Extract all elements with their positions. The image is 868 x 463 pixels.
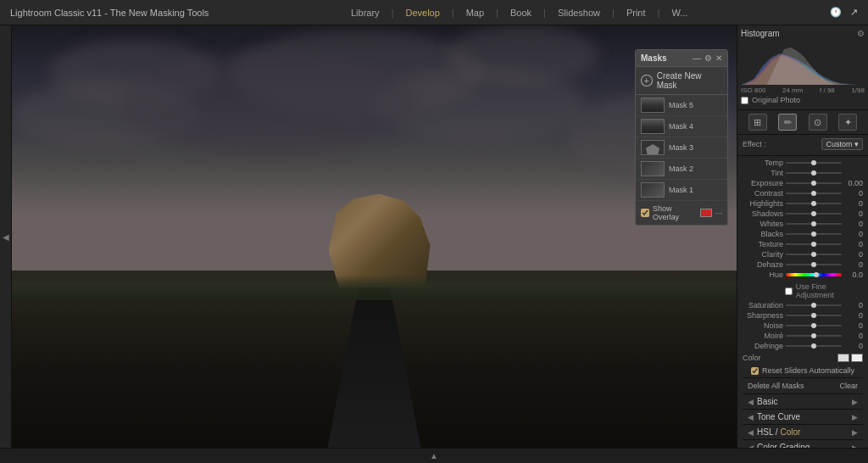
slider-clarity-thumb[interactable] (811, 252, 816, 257)
section-hsl-sub: Color (780, 427, 800, 437)
section-hsl-title: HSL / Color (757, 427, 800, 437)
slider-contrast-label: Contrast (743, 189, 783, 198)
original-photo-label: Original Photo (752, 96, 800, 104)
slider-contrast-track[interactable] (786, 192, 842, 194)
effect-section: Effect : Custom ▾ (737, 135, 868, 156)
show-overlay-checkbox[interactable] (641, 209, 649, 217)
overlay-more-btn[interactable]: ··· (715, 209, 722, 218)
slider-whites-value: 0 (844, 220, 863, 228)
section-color-grading[interactable]: ◀ Color Grading ▶ (743, 440, 863, 448)
slider-hue-thumb[interactable] (814, 272, 819, 277)
masks-close-btn[interactable]: ✕ (715, 53, 722, 63)
slider-clarity-track[interactable] (786, 254, 842, 255)
effect-label: Effect : (743, 140, 766, 148)
slider-moire-thumb[interactable] (811, 333, 816, 338)
slider-noise-thumb[interactable] (811, 323, 816, 328)
slider-blacks-thumb[interactable] (811, 232, 816, 237)
slider-exposure-track[interactable] (786, 182, 842, 184)
reset-checkbox[interactable] (751, 367, 759, 375)
slider-dehaze: Dehaze 0 (743, 260, 863, 269)
nav-library[interactable]: Library (351, 8, 380, 18)
slider-saturation-thumb[interactable] (811, 303, 816, 308)
slider-saturation-track[interactable] (786, 304, 842, 306)
slider-highlights-thumb[interactable] (811, 201, 816, 206)
slider-defringe-value: 0 (844, 342, 863, 350)
left-panel: ◀ (0, 25, 12, 448)
create-new-mask-btn[interactable]: + Create New Mask (636, 67, 727, 95)
nav-map[interactable]: Map (466, 8, 484, 18)
slider-shadows-thumb[interactable] (811, 211, 816, 216)
create-mask-label: Create New Mask (657, 71, 722, 90)
slider-hue-track[interactable] (786, 273, 842, 276)
slider-tint-thumb[interactable] (811, 170, 816, 176)
slider-temp-thumb[interactable] (811, 160, 816, 165)
mask-item-4[interactable]: Mask 4 (636, 116, 727, 137)
left-panel-toggle[interactable]: ◀ (3, 232, 9, 242)
masks-panel-header: Masks — ⚙ ✕ (636, 50, 727, 67)
filmstrip-toggle[interactable]: ▲ (430, 451, 438, 460)
slider-noise-track[interactable] (786, 325, 842, 326)
slider-shadows-track[interactable] (786, 213, 842, 215)
mask-2-thumb (641, 161, 665, 176)
nav-print[interactable]: Print (626, 8, 646, 18)
slider-texture: Texture 0 (743, 240, 863, 248)
top-bar: Lightroom Classic v11 - The New Masking … (0, 0, 868, 25)
slider-dehaze-thumb[interactable] (811, 262, 816, 267)
slider-defringe-track[interactable] (786, 345, 842, 347)
section-hsl[interactable]: ◀ HSL / Color ▶ (743, 425, 863, 440)
nav-slideshow[interactable]: Slideshow (558, 8, 600, 18)
mask-1-thumb (641, 182, 665, 198)
share-icon[interactable]: ↗ (850, 7, 858, 18)
slider-blacks-track[interactable] (786, 233, 842, 235)
fine-adjustment-checkbox[interactable] (785, 287, 793, 295)
nav-web[interactable]: W... (671, 8, 687, 18)
slider-tint-label: Tint (743, 169, 783, 177)
slider-exposure-thumb[interactable] (811, 181, 816, 186)
mask-item-5[interactable]: Mask 5 (636, 95, 727, 116)
mask-item-3[interactable]: Mask 3 (636, 137, 727, 159)
histogram-options-btn[interactable]: ⚙ (857, 29, 865, 38)
nav-book[interactable]: Book (510, 8, 531, 18)
slider-sharpness-thumb[interactable] (811, 313, 816, 318)
histogram-shutter: 1/98 (851, 86, 865, 94)
slider-tint: Tint (743, 169, 863, 177)
tool-gradient-btn[interactable]: ✦ (838, 114, 857, 131)
tool-crop-btn[interactable]: ⊞ (748, 114, 767, 131)
slider-defringe-thumb[interactable] (811, 343, 816, 349)
slider-highlights-value: 0 (844, 199, 863, 208)
slider-moire-track[interactable] (786, 335, 842, 337)
original-photo-checkbox[interactable] (741, 97, 748, 104)
masks-minimize-btn[interactable]: — (693, 53, 701, 63)
mask-item-2[interactable]: Mask 2 (636, 159, 727, 180)
clear-btn[interactable]: Clear (839, 382, 858, 390)
slider-blacks: Blacks 0 (743, 230, 863, 238)
slider-highlights: Highlights 0 (743, 199, 863, 208)
section-basic[interactable]: ◀ Basic ▶ (743, 394, 863, 410)
slider-whites-track[interactable] (786, 223, 842, 225)
nav-develop[interactable]: Develop (405, 8, 439, 18)
slider-blacks-value: 0 (844, 230, 863, 238)
slider-texture-thumb[interactable] (811, 242, 816, 247)
slider-highlights-track[interactable] (786, 203, 842, 204)
slider-clarity-label: Clarity (743, 250, 783, 259)
slider-sharpness: Sharpness 0 (743, 311, 863, 320)
color-swatch-1[interactable] (837, 354, 849, 362)
delete-all-masks-btn[interactable]: Delete All Masks (748, 382, 804, 390)
tool-spot-btn[interactable]: ⊙ (809, 114, 827, 131)
tool-brush-btn[interactable]: ✏ (778, 114, 797, 131)
slider-tint-track[interactable] (786, 172, 842, 174)
slider-texture-track[interactable] (786, 243, 842, 245)
mask-item-1[interactable]: Mask 1 (636, 180, 727, 201)
overlay-color-swatch[interactable] (700, 209, 712, 217)
masks-settings-btn[interactable]: ⚙ (704, 53, 712, 63)
slider-clarity-value: 0 (844, 250, 863, 259)
color-swatch-2[interactable] (851, 354, 863, 362)
slider-dehaze-track[interactable] (786, 264, 842, 265)
slider-whites-thumb[interactable] (811, 221, 816, 226)
slider-sharpness-track[interactable] (786, 315, 842, 316)
slider-temp-track[interactable] (786, 162, 842, 164)
slider-contrast-thumb[interactable] (811, 191, 816, 196)
histogram-aperture: f / 98 (820, 86, 835, 94)
effect-dropdown[interactable]: Custom ▾ (821, 138, 863, 150)
section-tone-curve[interactable]: ◀ Tone Curve ▶ (743, 410, 863, 425)
